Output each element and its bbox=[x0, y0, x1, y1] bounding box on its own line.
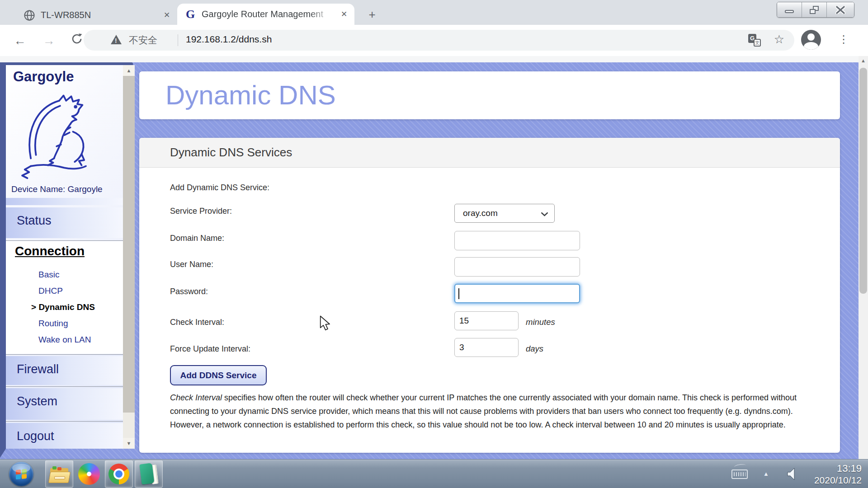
notebook-icon bbox=[138, 463, 159, 485]
security-label: 不安全 bbox=[129, 34, 157, 47]
user-name-input[interactable] bbox=[454, 257, 580, 277]
frame-point bbox=[0, 449, 6, 458]
help-text: Check Interval specifies how often the r… bbox=[170, 391, 814, 432]
add-ddns-service-button[interactable]: Add DDNS Service bbox=[170, 365, 267, 385]
divider-band bbox=[6, 198, 123, 205]
sidebar-item-connection[interactable]: Connection bbox=[15, 244, 85, 258]
text-caret bbox=[458, 288, 459, 299]
scrollbar-thumb[interactable] bbox=[859, 68, 867, 294]
start-button[interactable] bbox=[9, 462, 33, 486]
page-title: Dynamic DNS bbox=[165, 80, 336, 111]
sidebar-item-status[interactable]: Status bbox=[6, 207, 123, 238]
bookmark-star-icon[interactable]: ☆ bbox=[774, 33, 784, 47]
taskbar-clock[interactable]: 13:19 2020/10/12 bbox=[814, 463, 862, 486]
tab-title: Gargoyle Router Management bbox=[202, 9, 334, 19]
taskbar-notepad-button[interactable] bbox=[135, 460, 163, 488]
help-body: specifies how often the router will chec… bbox=[170, 393, 797, 429]
pinwheel-browser-icon bbox=[78, 463, 100, 485]
scroll-up-icon[interactable]: ▲ bbox=[123, 65, 135, 76]
password-input[interactable] bbox=[454, 284, 580, 303]
scroll-down-icon[interactable]: ▼ bbox=[123, 438, 135, 449]
reload-button[interactable] bbox=[69, 33, 85, 49]
profile-avatar[interactable] bbox=[801, 30, 821, 50]
divider bbox=[6, 240, 123, 241]
sidebar-item-system[interactable]: System bbox=[6, 388, 123, 420]
check-interval-unit: minutes bbox=[526, 317, 555, 327]
scrollbar-thumb[interactable] bbox=[123, 76, 135, 413]
reload-icon bbox=[71, 33, 83, 45]
page-top-strip bbox=[0, 56, 859, 62]
keyboard-icon[interactable] bbox=[731, 469, 748, 479]
tray-expand-icon[interactable]: ▲ bbox=[763, 470, 769, 477]
translate-icon[interactable]: G 文 bbox=[748, 34, 761, 47]
divider bbox=[6, 421, 123, 422]
check-interval-label: Check Interval: bbox=[170, 318, 224, 327]
sidebar: Gargoyle Device Name: Gargoyle Status bbox=[6, 65, 123, 449]
back-button[interactable]: ← bbox=[12, 33, 28, 49]
file-explorer-icon bbox=[49, 465, 70, 483]
divider bbox=[6, 354, 123, 355]
restore-icon bbox=[810, 6, 819, 14]
tab-gargoyle-router-management[interactable]: G Gargoyle Router Management ✕ bbox=[177, 4, 354, 25]
brand-title: Gargoyle bbox=[13, 69, 74, 85]
help-lead: Check Interval bbox=[170, 393, 222, 402]
sidebar-item-logout[interactable]: Logout bbox=[6, 423, 123, 449]
mouse-cursor bbox=[320, 315, 333, 331]
sidebar-item-routing[interactable]: Routing bbox=[38, 315, 68, 332]
form-intro: Add Dynamic DNS Service: bbox=[170, 183, 269, 192]
check-interval-input[interactable] bbox=[454, 311, 519, 330]
domain-name-input[interactable] bbox=[454, 231, 580, 250]
gargoyle-favicon: G bbox=[184, 9, 196, 20]
select-value: oray.com bbox=[463, 208, 498, 218]
chrome-icon bbox=[108, 464, 129, 484]
scroll-up-icon[interactable]: ▲ bbox=[859, 58, 868, 63]
address-bar[interactable]: 不安全 192.168.1.2/ddns.sh G 文 ☆ bbox=[84, 30, 794, 51]
service-provider-select[interactable]: oray.com bbox=[454, 204, 555, 223]
force-update-interval-input[interactable] bbox=[454, 338, 519, 357]
password-label: Password: bbox=[170, 287, 208, 296]
window-controls bbox=[777, 2, 854, 18]
page-content: Gargoyle Device Name: Gargoyle Status bbox=[0, 56, 868, 459]
ddns-panel: Dynamic DNS Services Add Dynamic DNS Ser… bbox=[139, 138, 840, 453]
tab-close-icon[interactable]: ✕ bbox=[161, 9, 173, 21]
browser-toolbar: ← → 不安全 192.168.1.2/ddns.sh G 文 ☆ ⋮ bbox=[0, 25, 868, 56]
service-provider-label: Service Provider: bbox=[170, 206, 232, 216]
divider bbox=[6, 386, 123, 387]
screen: TL-WR885N ✕ G Gargoyle Router Management… bbox=[0, 0, 868, 488]
panel-title: Dynamic DNS Services bbox=[139, 138, 840, 160]
close-icon bbox=[835, 6, 845, 14]
clock-time: 13:19 bbox=[814, 463, 862, 474]
speaker-icon[interactable] bbox=[787, 468, 798, 480]
minimize-icon bbox=[785, 10, 794, 13]
sidebar-item-dhcp[interactable]: DHCP bbox=[38, 283, 63, 299]
tab-close-icon[interactable]: ✕ bbox=[338, 9, 350, 20]
new-tab-button[interactable]: + bbox=[364, 7, 380, 23]
sidebar-item-basic[interactable]: Basic bbox=[38, 267, 59, 283]
close-button[interactable] bbox=[827, 2, 854, 17]
taskbar-explorer-button[interactable] bbox=[45, 460, 73, 488]
browser-scrollbar[interactable]: ▲ bbox=[859, 56, 868, 459]
chevron-down-icon bbox=[541, 212, 548, 216]
not-secure-icon bbox=[111, 35, 122, 44]
sidebar-item-dynamic-dns[interactable]: > Dynamic DNS bbox=[31, 299, 95, 315]
url-text: 192.168.1.2/ddns.sh bbox=[186, 34, 272, 45]
force-update-interval-unit: days bbox=[526, 344, 543, 354]
taskbar-firefox-button[interactable] bbox=[75, 460, 103, 488]
taskbar: ▲ 13:19 2020/10/12 bbox=[0, 459, 868, 488]
clock-date: 2020/10/12 bbox=[814, 474, 862, 486]
sidebar-item-firewall[interactable]: Firewall bbox=[6, 356, 123, 385]
minimize-button[interactable] bbox=[777, 2, 802, 17]
title-card: Dynamic DNS bbox=[139, 71, 840, 119]
gargoyle-logo bbox=[16, 90, 102, 181]
tab-tl-wr885n[interactable]: TL-WR885N ✕ bbox=[16, 5, 177, 25]
tab-title: TL-WR885N bbox=[41, 10, 156, 20]
globe-icon bbox=[24, 9, 35, 21]
address-divider bbox=[178, 34, 178, 46]
forward-button[interactable]: → bbox=[41, 33, 57, 49]
restore-button[interactable] bbox=[802, 2, 827, 17]
sidebar-section-connection: Connection Basic DHCP > Dynamic DNS Rout… bbox=[6, 241, 123, 354]
sidebar-item-wake-on-lan[interactable]: Wake on LAN bbox=[38, 332, 91, 348]
browser-menu-icon[interactable]: ⋮ bbox=[838, 30, 847, 49]
taskbar-chrome-button[interactable] bbox=[105, 460, 133, 488]
sidebar-scrollbar[interactable]: ▲ ▼ bbox=[123, 65, 135, 449]
